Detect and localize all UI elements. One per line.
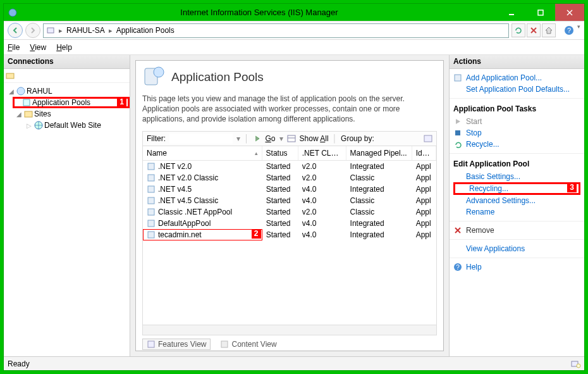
nav-fwd-button[interactable] xyxy=(25,23,40,38)
row-name: .NET v4.5 Classic xyxy=(158,196,218,205)
window-title: Internet Information Services (IIS) Mana… xyxy=(21,8,497,17)
action-basic-settings[interactable]: Basic Settings... xyxy=(453,171,580,182)
svg-point-38 xyxy=(577,364,580,368)
row-ident: Appl xyxy=(412,229,436,240)
filter-input[interactable] xyxy=(169,134,233,144)
action-recycle[interactable]: Recycle... xyxy=(453,139,580,150)
table-row[interactable]: .NET v2.0Startedv2.0IntegratedAppl xyxy=(143,161,436,172)
action-remove[interactable]: Remove xyxy=(453,225,580,236)
row-status: Started xyxy=(262,161,298,172)
table-row[interactable]: .NET v4.5 ClassicStartedv4.0ClassicAppl xyxy=(143,195,436,206)
action-add-pool[interactable]: Add Application Pool... xyxy=(453,72,580,84)
action-advanced-settings[interactable]: Advanced Settings... xyxy=(453,195,580,206)
view-switcher: Features View Content View xyxy=(142,335,437,351)
table-row[interactable]: Classic .NET AppPoolStartedv2.0ClassicAp… xyxy=(143,206,436,218)
row-ident: Appl xyxy=(412,184,436,195)
pool-icon xyxy=(147,173,156,182)
tree-sites[interactable]: ◢ Sites xyxy=(4,108,130,120)
grid-header[interactable]: Name▴ Status .NET CLR V... Managed Pipel… xyxy=(143,146,436,161)
row-name: DefaultAppPool xyxy=(158,219,211,228)
recycle-icon xyxy=(453,140,462,149)
breadcrumb[interactable]: ▸ RAHUL-SA ▸ Application Pools xyxy=(43,23,509,38)
menu-file[interactable]: File xyxy=(8,43,20,52)
breadcrumb-host[interactable]: RAHUL-SA xyxy=(66,26,105,35)
tree-root[interactable]: ◢ RAHUL xyxy=(4,85,130,97)
row-clr: v4.0 xyxy=(298,218,346,229)
svg-rect-22 xyxy=(148,175,154,181)
row-pipe: Integrated xyxy=(346,218,412,229)
row-status: Started xyxy=(262,172,298,184)
view-toggle-icon[interactable] xyxy=(424,134,432,143)
action-recycling[interactable]: Recycling... xyxy=(453,182,580,195)
row-name: .NET v2.0 Classic xyxy=(158,173,218,182)
go-label[interactable]: Go xyxy=(266,134,276,143)
row-clr: v2.0 xyxy=(298,172,346,184)
table-row[interactable]: .NET v2.0 ClassicStartedv2.0ClassicAppl xyxy=(143,172,436,184)
home-button[interactable] xyxy=(542,23,556,37)
table-row[interactable]: .NET v4.5Startedv4.0IntegratedAppl xyxy=(143,184,436,195)
row-clr: v2.0 xyxy=(298,161,346,172)
config-indicator-icon[interactable] xyxy=(572,359,580,368)
row-ident: Appl xyxy=(412,218,436,229)
breadcrumb-node[interactable]: Application Pools xyxy=(116,26,175,35)
svg-marker-31 xyxy=(456,119,460,124)
remove-icon xyxy=(453,226,462,235)
pool-icon xyxy=(147,196,156,205)
app-pools-big-icon xyxy=(142,65,165,90)
showall-icon[interactable] xyxy=(287,134,296,143)
col-clr[interactable]: .NET CLR V... xyxy=(298,146,346,160)
connections-tree: ◢ RAHUL Application Pools 1 ◢ Sites xyxy=(4,83,130,356)
row-clr: v2.0 xyxy=(298,206,346,218)
row-status: Started xyxy=(262,229,298,240)
svg-rect-32 xyxy=(455,130,460,135)
close-button[interactable] xyxy=(555,4,584,21)
features-view-icon xyxy=(147,340,156,349)
action-stop[interactable]: Stop xyxy=(453,127,580,139)
minimize-button[interactable] xyxy=(497,4,526,21)
action-help[interactable]: ? Help xyxy=(453,261,580,273)
action-view-applications[interactable]: View Applications xyxy=(453,243,580,254)
content-view-button[interactable]: Content View xyxy=(216,339,281,350)
row-pipe: Integrated xyxy=(346,184,412,195)
row-status: Started xyxy=(262,218,298,229)
tree-default-site[interactable]: ▷ Default Web Site xyxy=(4,120,130,131)
horizontal-scrollbar[interactable] xyxy=(143,325,436,335)
filter-label: Filter: xyxy=(147,134,166,143)
menu-view[interactable]: View xyxy=(30,43,46,52)
action-set-defaults[interactable]: Set Application Pool Defaults... xyxy=(453,84,580,95)
table-row[interactable]: tecadmin.net2Startedv4.0IntegratedAppl xyxy=(143,229,436,240)
go-icon[interactable] xyxy=(253,134,262,143)
status-text: Ready xyxy=(8,359,30,368)
groupby-label: Group by: xyxy=(341,134,374,143)
app-pools-icon xyxy=(22,98,31,107)
features-view-button[interactable]: Features View xyxy=(142,339,211,350)
svg-rect-23 xyxy=(148,186,154,192)
connect-icon[interactable] xyxy=(6,72,15,80)
folder-icon xyxy=(24,109,33,118)
globe-icon xyxy=(34,121,43,130)
svg-point-12 xyxy=(17,87,25,95)
svg-text:?: ? xyxy=(567,27,571,34)
menu-help[interactable]: Help xyxy=(56,43,72,52)
help-icon-button[interactable]: ? xyxy=(562,23,576,37)
stop-action-button[interactable] xyxy=(527,23,541,37)
filter-bar: Filter: ▾ │ Go ▾ Show All │ Group by: xyxy=(142,131,437,146)
action-rename[interactable]: Rename xyxy=(453,206,580,218)
svg-rect-5 xyxy=(47,28,54,33)
maximize-button[interactable] xyxy=(526,4,555,21)
nav-back-button[interactable] xyxy=(8,23,23,38)
table-row[interactable]: DefaultAppPoolStartedv4.0IntegratedAppl xyxy=(143,218,436,229)
refresh-all-button[interactable] xyxy=(511,23,525,37)
svg-rect-29 xyxy=(221,341,228,347)
col-name[interactable]: Name▴ xyxy=(143,146,262,160)
col-ident[interactable]: Ident xyxy=(412,146,436,160)
col-pipe[interactable]: Managed Pipel... xyxy=(346,146,412,160)
row-name: .NET v4.5 xyxy=(158,185,192,194)
svg-rect-26 xyxy=(148,220,154,227)
col-status[interactable]: Status xyxy=(262,146,298,160)
server-icon xyxy=(46,26,55,35)
tree-app-pools[interactable]: Application Pools xyxy=(13,97,130,108)
showall-label[interactable]: Show All xyxy=(300,134,329,143)
help-icon: ? xyxy=(453,263,462,271)
callout-3: 3 xyxy=(567,183,577,192)
